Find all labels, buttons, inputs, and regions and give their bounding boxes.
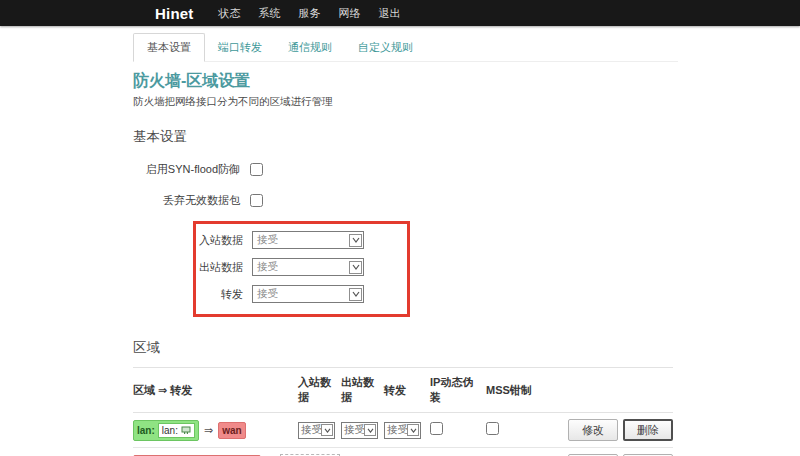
brand-logo[interactable]: Hinet	[155, 5, 194, 22]
forward-policy-label: 转发	[196, 287, 243, 302]
header-input: 入站数据	[298, 375, 341, 405]
syn-flood-label: 启用SYN-flood防御	[133, 162, 240, 177]
header-mss-clamp: MSS钳制	[483, 383, 539, 398]
lan-edit-button[interactable]: 修改	[568, 419, 618, 441]
forward-policy-select[interactable]: 接受	[252, 285, 364, 303]
syn-flood-row: 启用SYN-flood防御	[133, 162, 678, 177]
header-zone-forward: 区域 ⇒ 转发	[133, 383, 298, 398]
highlight-rectangle: 入站数据 接受 出站数据 接受	[193, 221, 410, 317]
chevron-down-icon	[349, 261, 362, 274]
drop-invalid-label: 丢弃无效数据包	[133, 193, 240, 208]
zones-table-header: 区域 ⇒ 转发 入站数据 出站数据 转发 IP动态伪装 MSS钳制	[133, 367, 673, 413]
header-output: 出站数据	[341, 375, 384, 405]
lan-output-select[interactable]: 接受	[341, 422, 378, 439]
syn-flood-checkbox[interactable]	[250, 163, 263, 176]
tab-traffic-rules[interactable]: 通信规则	[275, 34, 345, 61]
top-menu: 状态 系统 服务 网络 退出	[210, 0, 410, 26]
menu-item-services[interactable]: 服务	[290, 0, 330, 26]
chevron-down-icon	[407, 424, 419, 436]
page-subtitle: 防火墙把网络接口分为不同的区域进行管理	[133, 95, 678, 109]
menu-item-status[interactable]: 状态	[210, 0, 250, 26]
lan-masquerade-checkbox[interactable]	[430, 422, 443, 435]
menu-item-logout[interactable]: 退出	[370, 0, 410, 26]
zones-table: 区域 ⇒ 转发 入站数据 出站数据 转发 IP动态伪装 MSS钳制 lan: l…	[133, 367, 673, 456]
page-title: 防火墙-区域设置	[133, 71, 678, 92]
basic-settings-legend: 基本设置	[133, 128, 678, 146]
chevron-down-icon	[321, 424, 333, 436]
main-content: 基本设置 端口转发 通信规则 自定义规则 防火墙-区域设置 防火墙把网络接口分为…	[0, 33, 678, 456]
zone-badge-wan-target: wan	[218, 422, 245, 439]
chevron-down-icon	[349, 288, 362, 301]
tab-bar: 基本设置 端口转发 通信规则 自定义规则	[133, 33, 678, 62]
menu-item-network[interactable]: 网络	[330, 0, 370, 26]
forward-arrow: ⇒	[204, 424, 213, 437]
drop-invalid-checkbox[interactable]	[250, 194, 263, 207]
input-policy-row: 入站数据 接受	[196, 231, 398, 249]
zone-row-lan: lan: lan: ⇒ wan 接受 接受	[133, 413, 673, 448]
lan-input-select[interactable]: 接受	[298, 422, 335, 439]
lan-delete-button[interactable]: 删除	[623, 419, 673, 441]
forward-policy-row: 转发 接受	[196, 285, 398, 303]
drop-invalid-row: 丢弃无效数据包	[133, 193, 678, 208]
top-navbar: Hinet 状态 系统 服务 网络 退出	[0, 0, 800, 26]
input-policy-label: 入站数据	[196, 233, 243, 248]
output-policy-label: 出站数据	[196, 260, 243, 275]
chevron-down-icon	[349, 234, 362, 247]
zone-badge-lan: lan: lan:	[133, 420, 199, 441]
header-masquerade: IP动态伪装	[427, 375, 483, 405]
zones-legend: 区域	[133, 339, 678, 357]
tab-port-forwards[interactable]: 端口转发	[205, 34, 275, 61]
lan-forward-select[interactable]: 接受	[384, 422, 421, 439]
tab-general-settings[interactable]: 基本设置	[133, 33, 205, 62]
chevron-down-icon	[364, 424, 376, 436]
network-badge-lan: lan:	[158, 423, 195, 438]
menu-item-system[interactable]: 系统	[250, 0, 290, 26]
header-forward: 转发	[384, 383, 427, 398]
output-policy-row: 出站数据 接受	[196, 258, 398, 276]
zone-row-wan: wan: wan: wwan: ⇒ ACCEPT 接受	[133, 448, 673, 456]
input-policy-select[interactable]: 接受	[252, 231, 364, 249]
output-policy-select[interactable]: 接受	[252, 258, 364, 276]
lan-mss-checkbox[interactable]	[486, 422, 499, 435]
ethernet-icon	[181, 426, 191, 435]
tab-custom-rules[interactable]: 自定义规则	[345, 34, 426, 61]
